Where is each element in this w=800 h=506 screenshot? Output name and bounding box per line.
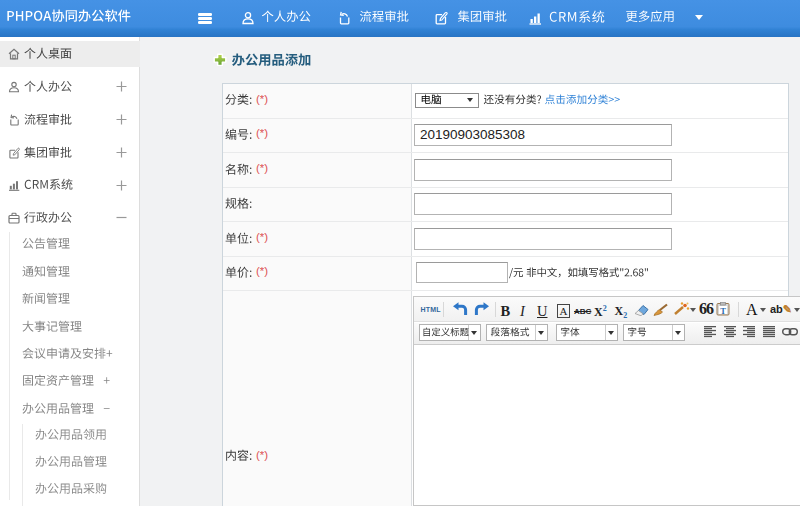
svg-text:T: T <box>720 306 726 316</box>
